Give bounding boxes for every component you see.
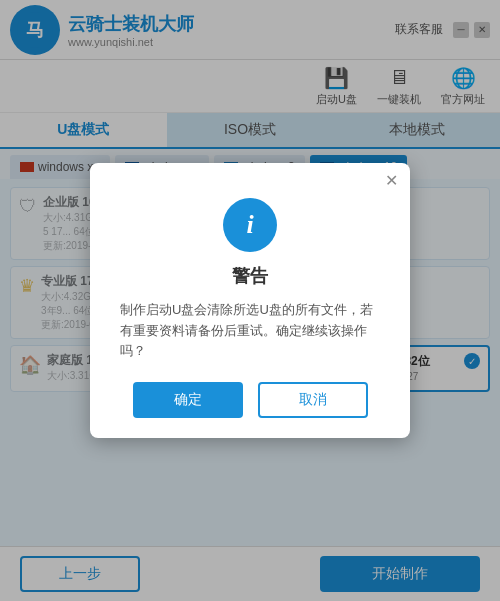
modal-overlay: ✕ i 警告 制作启动U盘会清除所选U盘的所有文件，若有重要资料请备份后重试。确… <box>0 0 500 601</box>
modal-body: i 警告 制作启动U盘会清除所选U盘的所有文件，若有重要资料请备份后重试。确定继… <box>90 198 410 438</box>
modal-message: 制作启动U盘会清除所选U盘的所有文件，若有重要资料请备份后重试。确定继续该操作吗… <box>120 300 380 362</box>
modal-confirm-button[interactable]: 确定 <box>133 382 243 418</box>
modal-info-icon: i <box>223 198 277 252</box>
modal-cancel-button[interactable]: 取消 <box>258 382 368 418</box>
modal-title: 警告 <box>120 264 380 288</box>
warning-modal: ✕ i 警告 制作启动U盘会清除所选U盘的所有文件，若有重要资料请备份后重试。确… <box>90 163 410 438</box>
modal-header: ✕ <box>90 163 410 198</box>
modal-buttons: 确定 取消 <box>120 382 380 418</box>
modal-close-button[interactable]: ✕ <box>385 171 398 190</box>
